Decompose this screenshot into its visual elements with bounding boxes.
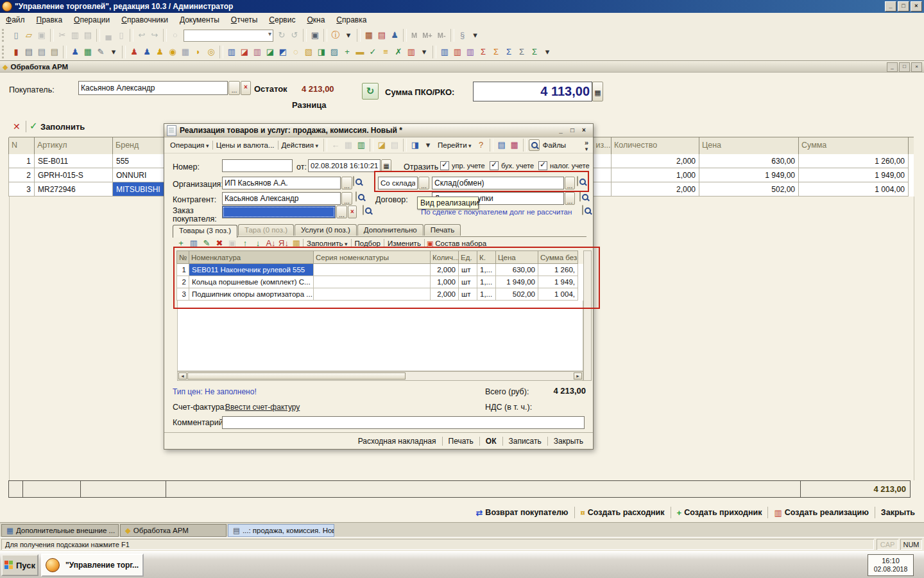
enter-invoice-link[interactable]: Ввести счет-фактуру <box>225 403 300 412</box>
col-n[interactable]: N <box>8 137 35 154</box>
sales-doc-flag-icon[interactable]: ◪ <box>238 46 251 58</box>
goods-row[interactable]: 3 Подшипник опоры амортизатора ... 2,000… <box>177 288 583 301</box>
contragent-open-button[interactable] <box>355 191 357 202</box>
horizontal-scrollbar[interactable]: ◄ ► <box>177 371 583 381</box>
copy-new-icon[interactable]: ▥ <box>355 139 368 152</box>
exit-book-icon[interactable]: ▮ <box>10 46 22 58</box>
organization-input[interactable] <box>222 177 341 189</box>
warehouse-mode-input[interactable] <box>378 177 418 189</box>
cart-person-blue-icon[interactable]: ▥ <box>438 46 451 58</box>
customer-order-input[interactable] <box>222 206 336 218</box>
comment-input[interactable] <box>222 416 585 429</box>
menu-file[interactable]: Файл <box>0 13 31 26</box>
report-printer-icon-2[interactable]: ▤ <box>35 46 48 58</box>
cut-icon[interactable]: ✂ <box>56 29 69 42</box>
create-income-button[interactable]: + Создать приходник <box>672 506 767 520</box>
service-key-icon[interactable]: § <box>456 29 469 42</box>
print-icon[interactable]: ▄ <box>102 29 115 42</box>
calculator-icon[interactable]: ▦ <box>363 29 375 42</box>
sales-doc-person-icon[interactable]: ▥ <box>225 46 238 58</box>
tab-services[interactable]: Услуги (0 поз.) <box>295 224 357 236</box>
memory-button[interactable]: M <box>409 31 420 39</box>
organization-open-button[interactable] <box>353 176 354 186</box>
refresh-icon[interactable]: ↻ <box>362 83 379 100</box>
tab-additional[interactable]: Дополнительно <box>357 224 424 236</box>
scroll-right-arrow[interactable]: ► <box>574 372 582 380</box>
files-button[interactable]: Файлы <box>540 140 570 150</box>
warehouse-input[interactable] <box>432 177 564 189</box>
add-row-icon[interactable]: + <box>175 237 187 250</box>
doc-sum-blue-icon[interactable]: Σ <box>502 46 515 58</box>
create-expense-button[interactable]: ¤ Создать расходник <box>576 506 669 520</box>
calendar-icon[interactable]: ▤ <box>375 29 388 42</box>
vertical-scrollbar[interactable] <box>583 250 592 381</box>
taskbar-clock[interactable]: 16:10 02.08.2018 <box>868 554 914 576</box>
col-sum[interactable]: Сумма <box>798 137 909 154</box>
edit-row-icon[interactable]: ✎ <box>200 237 213 250</box>
structure-icon[interactable]: ▦ <box>342 139 355 152</box>
dropdown-arrow-icon[interactable]: ▾ <box>422 139 434 152</box>
dropdown-arrow-icon[interactable]: ▾ <box>541 46 554 58</box>
col-qty[interactable]: Количество <box>611 137 699 154</box>
arm-close-button[interactable]: × <box>911 62 922 72</box>
prices-currency-button[interactable]: Цены и валюта... <box>213 140 278 150</box>
tab-tara[interactable]: Тара (0 поз.) <box>238 224 294 236</box>
menu-references[interactable]: Справочники <box>116 13 174 26</box>
cart-person-red-icon[interactable]: ▥ <box>451 46 464 58</box>
mdi-tab-external[interactable]: ▦ Дополнительные внешние ... <box>1 524 119 537</box>
doc-sum-gray-icon[interactable]: Σ <box>515 46 528 58</box>
cash-register-icon[interactable]: ▦ <box>81 46 94 58</box>
date-input[interactable] <box>308 159 381 172</box>
coins-transfer-icon[interactable]: ◌ <box>289 46 302 58</box>
unpost-document-icon[interactable]: ▤ <box>388 139 401 152</box>
warehouse-mode-select-button[interactable]: ... <box>418 177 429 189</box>
checkbox-list-icon[interactable]: ▦ <box>508 139 521 152</box>
maximize-button[interactable]: □ <box>898 1 909 12</box>
sort-desc-icon[interactable]: Я↓ <box>277 237 290 250</box>
post-document-icon[interactable]: ◪ <box>375 139 388 152</box>
clear-table-icon[interactable]: ✕ <box>13 121 21 132</box>
back-icon[interactable]: ← <box>329 139 342 152</box>
deal-open-button[interactable] <box>582 205 583 215</box>
ok-button[interactable]: ОК <box>480 435 502 447</box>
dialog-maximize-button[interactable]: □ <box>567 126 578 135</box>
dropdown-arrow-icon[interactable]: ▾ <box>342 29 355 42</box>
doc-exchange-icon[interactable]: ◨ <box>315 46 328 58</box>
calendar-picker-button[interactable]: ▦ <box>381 159 391 172</box>
create-realization-button[interactable]: ▥ Создать реализацию <box>769 506 873 520</box>
tab-print[interactable]: Печать <box>424 224 461 236</box>
return-to-buyer-button[interactable]: ⇄ Возврат покупателю <box>471 506 572 520</box>
warehouse-open-button[interactable] <box>577 176 578 186</box>
coin-hook-icon[interactable]: ◗ <box>192 46 205 58</box>
fill-menu-button[interactable]: Заполнить <box>304 238 351 249</box>
coins-plus-icon[interactable]: + <box>341 46 354 58</box>
menu-documents[interactable]: Документы <box>174 13 225 26</box>
end-edit-icon[interactable]: ▣ <box>226 237 239 250</box>
print-preview-icon[interactable]: ▯ <box>115 29 128 42</box>
find-next-icon[interactable]: ↻ <box>275 29 288 42</box>
doc-check-icon[interactable]: ✓ <box>366 46 379 58</box>
menu-operations[interactable]: Операции <box>68 13 116 26</box>
order-clear-button[interactable]: × <box>348 206 357 218</box>
goods-row[interactable]: 2 Кольца поршневые (комплект) С... 1,000… <box>177 276 583 288</box>
col-articul[interactable]: Артикул <box>34 137 113 154</box>
dropdown-arrow-icon[interactable]: ▾ <box>581 146 592 152</box>
memory-plus-button[interactable]: M+ <box>420 31 435 39</box>
expense-invoice-button[interactable]: Расходная накладная <box>352 435 442 447</box>
number-input[interactable] <box>222 159 293 172</box>
customer-debt-icon[interactable]: ♟ <box>128 46 141 58</box>
find-previous-icon[interactable]: ↺ <box>288 29 301 42</box>
operation-menu-button[interactable]: Операция <box>167 140 212 150</box>
report-printer-icon-3[interactable]: ▤ <box>48 46 61 58</box>
memory-minus-button[interactable]: M- <box>435 31 449 39</box>
copy-window-icon[interactable]: ▣ <box>309 29 321 42</box>
menu-service[interactable]: Сервис <box>263 13 301 26</box>
actions-menu-button[interactable]: Действия <box>278 140 321 150</box>
pick-button[interactable]: Подбор <box>352 238 384 249</box>
bank-coins-icon[interactable]: ▦ <box>179 46 192 58</box>
list-settings-icon[interactable]: ▤ <box>495 139 508 152</box>
management-accounting-checkbox[interactable]: упр. учете <box>440 161 485 170</box>
return-doc-icon[interactable]: ◩ <box>277 46 289 58</box>
contract-select-button[interactable]: ... <box>565 192 575 205</box>
open-folder-icon[interactable]: ▱ <box>22 29 35 42</box>
